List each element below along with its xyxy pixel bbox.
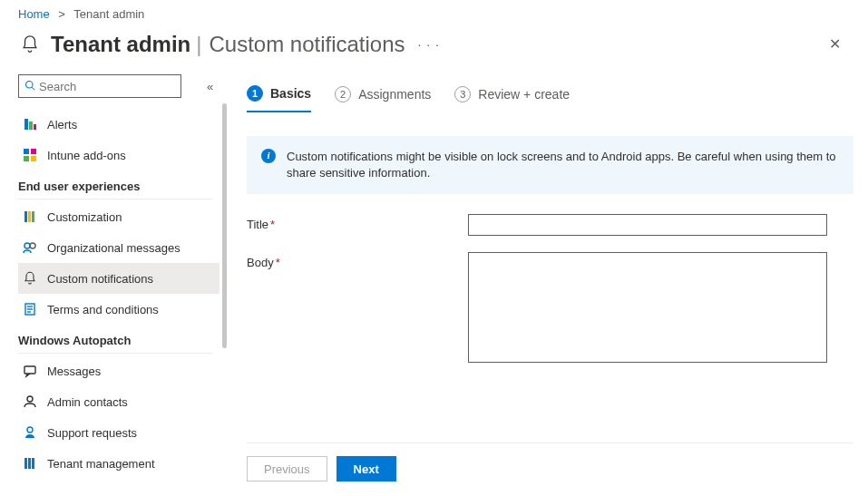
sidebar-item-label: Terms and conditions bbox=[47, 303, 159, 316]
terms-icon bbox=[22, 301, 38, 317]
svg-point-13 bbox=[30, 243, 35, 248]
chevron-right-icon: > bbox=[58, 7, 65, 21]
svg-rect-8 bbox=[31, 156, 36, 161]
bell-icon bbox=[18, 33, 42, 56]
nav-section-wap: Windows Autopatch bbox=[18, 325, 212, 354]
collapse-icon[interactable]: « bbox=[207, 80, 213, 93]
tab-label: Assignments bbox=[358, 87, 431, 102]
page-header: Tenant admin | Custom notifications · · … bbox=[0, 24, 868, 71]
messages-icon bbox=[22, 363, 38, 379]
svg-rect-2 bbox=[24, 119, 28, 130]
sidebar-item-tenant-mgmt[interactable]: Tenant management bbox=[18, 448, 219, 479]
info-icon: i bbox=[261, 149, 276, 163]
sidebar-item-label: Tenant management bbox=[47, 457, 155, 471]
page-subtitle: Custom notifications bbox=[209, 32, 405, 57]
sidebar-item-terms[interactable]: Terms and conditions bbox=[18, 294, 219, 325]
body-label: Body* bbox=[247, 252, 468, 269]
body-textarea[interactable] bbox=[468, 252, 827, 363]
sidebar-item-support[interactable]: Support requests bbox=[18, 417, 219, 448]
form-row-body: Body* bbox=[247, 252, 853, 363]
tab-review[interactable]: 3 Review + create bbox=[454, 80, 570, 112]
svg-rect-3 bbox=[29, 122, 33, 130]
wizard-footer: Previous Next bbox=[247, 443, 853, 494]
support-icon bbox=[22, 424, 38, 441]
svg-point-0 bbox=[26, 81, 34, 88]
sidebar-item-label: Messages bbox=[47, 365, 101, 378]
sidebar-item-org-messages[interactable]: Organizational messages bbox=[18, 232, 219, 263]
sidebar-item-custom-notifications[interactable]: Custom notifications bbox=[18, 263, 219, 294]
customization-icon bbox=[22, 209, 38, 225]
tab-basics[interactable]: 1 Basics bbox=[247, 80, 311, 112]
nav-section-eue: End user experiences bbox=[18, 170, 212, 199]
tab-label: Review + create bbox=[478, 87, 570, 102]
org-messages-icon bbox=[22, 239, 38, 256]
sidebar-item-label: Customization bbox=[47, 210, 122, 224]
svg-rect-6 bbox=[31, 149, 36, 154]
sidebar-item-label: Custom notifications bbox=[47, 272, 153, 286]
sidebar-item-label: Admin contacts bbox=[47, 395, 128, 409]
search-icon bbox=[24, 80, 35, 93]
addons-icon bbox=[22, 147, 38, 163]
form-row-title: Title* bbox=[247, 214, 853, 236]
sidebar: « Alerts Intune add-ons End user experie… bbox=[0, 71, 225, 494]
sidebar-item-label: Alerts bbox=[47, 118, 77, 131]
svg-rect-4 bbox=[34, 124, 36, 130]
info-banner: i Custom notifications might be visible … bbox=[247, 136, 853, 194]
svg-point-19 bbox=[27, 396, 33, 402]
sidebar-item-messages[interactable]: Messages bbox=[18, 355, 219, 386]
sidebar-item-admin-contacts[interactable]: Admin contacts bbox=[18, 386, 219, 417]
sidebar-item-label: Organizational messages bbox=[47, 241, 180, 255]
sidebar-item-addons[interactable]: Intune add-ons bbox=[18, 140, 219, 170]
svg-rect-7 bbox=[24, 156, 29, 161]
main-content: 1 Basics 2 Assignments 3 Review + create… bbox=[225, 71, 868, 494]
alerts-icon bbox=[22, 116, 38, 132]
svg-point-12 bbox=[24, 243, 30, 248]
close-icon[interactable]: ✕ bbox=[820, 30, 850, 58]
page-title: Tenant admin bbox=[51, 32, 190, 57]
svg-line-1 bbox=[32, 87, 34, 90]
sidebar-item-label: Support requests bbox=[47, 426, 137, 440]
search-input[interactable] bbox=[39, 80, 175, 93]
next-button[interactable]: Next bbox=[336, 456, 396, 481]
more-icon[interactable]: · · · bbox=[418, 37, 440, 52]
svg-point-20 bbox=[27, 427, 33, 433]
info-text: Custom notifications might be visible on… bbox=[287, 149, 839, 181]
wizard-tabs: 1 Basics 2 Assignments 3 Review + create bbox=[247, 80, 853, 112]
sidebar-item-label: Intune add-ons bbox=[47, 149, 126, 162]
sidebar-item-customization[interactable]: Customization bbox=[18, 201, 219, 232]
svg-rect-9 bbox=[24, 211, 27, 222]
title-input[interactable] bbox=[468, 214, 827, 236]
step-number: 2 bbox=[335, 86, 351, 102]
tab-label: Basics bbox=[270, 86, 311, 101]
step-number: 3 bbox=[454, 86, 471, 102]
tenant-icon bbox=[22, 455, 38, 472]
tab-assignments[interactable]: 2 Assignments bbox=[335, 80, 431, 112]
previous-button[interactable]: Previous bbox=[247, 456, 327, 481]
title-divider: | bbox=[196, 32, 201, 57]
nav: Alerts Intune add-ons End user experienc… bbox=[18, 109, 225, 479]
breadcrumb-current: Tenant admin bbox=[73, 7, 144, 21]
svg-rect-21 bbox=[24, 458, 27, 469]
person-icon bbox=[22, 394, 38, 410]
breadcrumb-home[interactable]: Home bbox=[18, 7, 50, 21]
step-number: 1 bbox=[247, 85, 263, 102]
svg-rect-5 bbox=[24, 149, 29, 154]
svg-rect-22 bbox=[28, 458, 31, 469]
search-input-wrap[interactable] bbox=[18, 74, 181, 98]
bell-small-icon bbox=[22, 270, 38, 287]
svg-rect-11 bbox=[32, 211, 34, 222]
title-label: Title* bbox=[247, 214, 468, 231]
sidebar-item-alerts[interactable]: Alerts bbox=[18, 109, 219, 140]
svg-rect-23 bbox=[32, 458, 34, 469]
svg-rect-10 bbox=[28, 211, 31, 222]
svg-rect-18 bbox=[24, 366, 35, 374]
breadcrumb: Home > Tenant admin bbox=[0, 0, 868, 24]
